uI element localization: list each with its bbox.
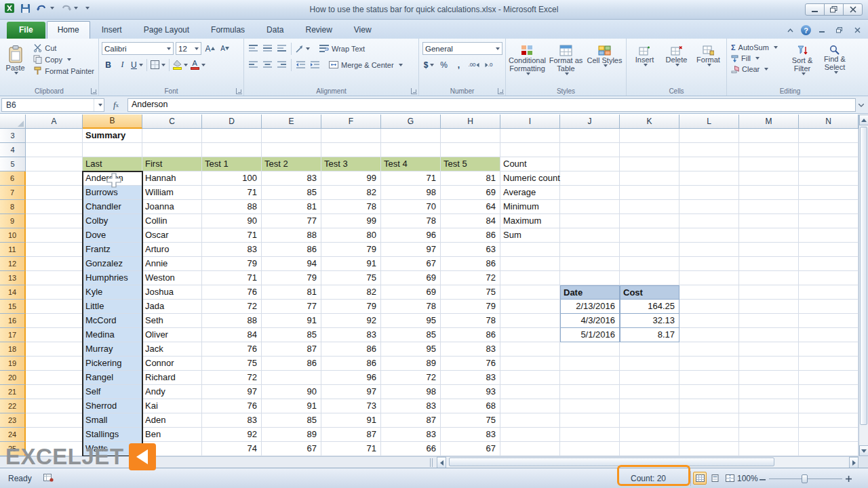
cell-H22[interactable]: 68 — [441, 399, 500, 413]
cell-E7[interactable]: 85 — [262, 186, 321, 200]
cell-F22[interactable]: 73 — [321, 399, 381, 413]
row-header-15[interactable]: 15 — [0, 300, 26, 314]
cell-L13[interactable] — [679, 271, 739, 285]
cell-I15[interactable] — [500, 300, 560, 314]
row-header-16[interactable]: 16 — [0, 314, 26, 328]
cell-M24[interactable] — [739, 428, 799, 442]
vertical-scrollbar[interactable] — [859, 115, 868, 456]
cell-K24[interactable] — [620, 428, 679, 442]
cell-G6[interactable]: 71 — [381, 171, 441, 186]
cell-C16[interactable]: Seth — [142, 314, 202, 328]
cell-K11[interactable] — [620, 243, 679, 257]
cell-H11[interactable]: 63 — [441, 243, 500, 257]
cell-J4[interactable] — [560, 143, 620, 157]
conditional-formatting-button[interactable]: Conditional Formatting — [508, 41, 547, 85]
cell-B6[interactable]: Anderson — [83, 171, 142, 186]
cell-J17[interactable]: 5/1/2016 — [560, 328, 620, 342]
cell-A3[interactable] — [26, 129, 83, 143]
fill-button[interactable]: Fill — [729, 53, 786, 64]
cell-F20[interactable]: 96 — [321, 371, 381, 385]
customize-qat-button[interactable] — [82, 6, 91, 10]
cell-C15[interactable]: Jada — [142, 300, 202, 314]
cell-C14[interactable]: Joshua — [142, 285, 202, 300]
cell-A6[interactable] — [26, 171, 83, 186]
save-button[interactable] — [19, 3, 32, 14]
cell-I9[interactable]: Maximum — [500, 214, 560, 228]
cut-button[interactable]: Cut — [31, 42, 96, 54]
cell-I7[interactable]: Average — [500, 186, 560, 200]
cell-D15[interactable]: 72 — [202, 300, 262, 314]
cell-J15[interactable]: 2/13/2016 — [560, 300, 620, 314]
decrease-decimal-button[interactable]: .0 — [482, 58, 495, 71]
row-header-23[interactable]: 23 — [0, 413, 26, 428]
cell-D10[interactable]: 71 — [202, 228, 262, 243]
cell-D6[interactable]: 100 — [202, 171, 262, 186]
cell-F10[interactable]: 80 — [321, 228, 381, 243]
cell-D20[interactable]: 72 — [202, 371, 262, 385]
tab-view[interactable]: View — [344, 22, 382, 39]
shrink-font-button[interactable]: A — [218, 42, 231, 55]
cell-A5[interactable] — [26, 157, 83, 171]
cell-B7[interactable]: Burrows — [83, 186, 142, 200]
cell-J7[interactable] — [560, 186, 620, 200]
cell-J12[interactable] — [560, 257, 620, 271]
cell-M21[interactable] — [739, 385, 799, 399]
row-header-12[interactable]: 12 — [0, 257, 26, 271]
cell-I11[interactable] — [500, 243, 560, 257]
underline-button[interactable]: U — [130, 58, 144, 71]
collapse-ribbon-icon[interactable] — [783, 24, 797, 36]
cell-H23[interactable]: 75 — [441, 413, 500, 428]
column-header-N[interactable]: N — [799, 115, 859, 129]
column-header-K[interactable]: K — [620, 115, 679, 129]
cell-B24[interactable]: Stallings — [83, 428, 142, 442]
zoom-level-value[interactable]: 100% — [737, 474, 758, 483]
borders-button[interactable] — [150, 58, 166, 71]
name-box[interactable]: B6 — [1, 98, 104, 112]
cell-D13[interactable]: 71 — [202, 271, 262, 285]
column-header-G[interactable]: G — [381, 115, 441, 129]
cell-H21[interactable]: 93 — [441, 385, 500, 399]
cell-D16[interactable]: 88 — [202, 314, 262, 328]
comma-style-button[interactable]: , — [452, 58, 465, 71]
column-header-D[interactable]: D — [202, 115, 262, 129]
cell-E21[interactable]: 90 — [262, 385, 321, 399]
cell-N5[interactable] — [799, 157, 859, 171]
column-header-F[interactable]: F — [321, 115, 381, 129]
copy-button[interactable]: Copy — [31, 54, 96, 65]
cell-D11[interactable]: 83 — [202, 243, 262, 257]
row-header-7[interactable]: 7 — [0, 186, 26, 200]
row-header-5[interactable]: 5 — [0, 157, 26, 171]
cell-M7[interactable] — [739, 186, 799, 200]
cell-D18[interactable]: 76 — [202, 342, 262, 357]
italic-button[interactable]: I — [116, 58, 129, 71]
accounting-format-button[interactable]: $ — [422, 58, 435, 71]
cell-F6[interactable]: 99 — [321, 171, 381, 186]
cell-M5[interactable] — [739, 157, 799, 171]
cell-M8[interactable] — [739, 200, 799, 214]
horizontal-scroll-thumb[interactable] — [449, 458, 774, 466]
autosum-button[interactable]: Σ AutoSum — [729, 42, 786, 53]
cell-B11[interactable]: Frantz — [83, 243, 142, 257]
cell-D5[interactable]: Test 1 — [202, 157, 262, 171]
cell-E19[interactable]: 86 — [262, 357, 321, 371]
cell-D8[interactable]: 88 — [202, 200, 262, 214]
cell-K21[interactable] — [620, 385, 679, 399]
cell-A22[interactable] — [26, 399, 83, 413]
cell-E23[interactable]: 85 — [262, 413, 321, 428]
row-header-6[interactable]: 6 — [0, 171, 26, 186]
cell-N13[interactable] — [799, 271, 859, 285]
cell-F23[interactable]: 91 — [321, 413, 381, 428]
align-center-button[interactable] — [261, 58, 274, 71]
cell-K20[interactable] — [620, 371, 679, 385]
cell-H17[interactable]: 86 — [441, 328, 500, 342]
cell-K5[interactable] — [620, 157, 679, 171]
cell-K6[interactable] — [620, 171, 679, 186]
cell-M12[interactable] — [739, 257, 799, 271]
cell-I8[interactable]: Minimum — [500, 200, 560, 214]
cell-E15[interactable]: 77 — [262, 300, 321, 314]
zoom-slider-thumb[interactable] — [802, 474, 808, 483]
cell-K17[interactable]: 8.17 — [620, 328, 679, 342]
cell-styles-button[interactable]: Cell Styles — [585, 41, 624, 85]
cell-C3[interactable] — [142, 129, 202, 143]
cell-G22[interactable]: 83 — [381, 399, 441, 413]
